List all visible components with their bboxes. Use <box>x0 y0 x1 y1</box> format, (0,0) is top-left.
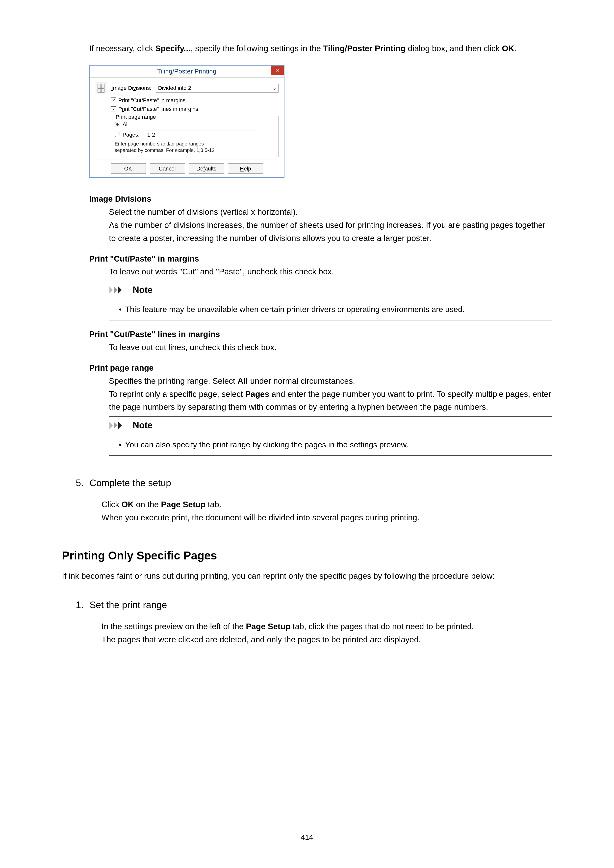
checkbox-checked-icon: ✓ <box>111 106 117 112</box>
defaults-button[interactable]: Defaults <box>189 163 224 174</box>
def-margins-title: Print "Cut/Paste" in margins <box>89 253 552 265</box>
range-all-radio[interactable]: All <box>115 120 275 129</box>
def-range-desc2: To reprint only a specific page, select … <box>109 388 552 414</box>
checkbox-checked-icon: ✓ <box>111 98 117 103</box>
pages-hint: Enter page numbers and/or page ranges se… <box>115 141 275 153</box>
pages-input[interactable]: 1-2 <box>145 130 256 139</box>
svg-marker-0 <box>109 287 113 293</box>
intro-paragraph: If necessary, click Specify..., specify … <box>89 42 552 55</box>
chevron-down-icon: ⌄ <box>270 84 278 92</box>
range-pages-radio[interactable]: Pages: 1-2 <box>115 130 275 139</box>
note-item: • You can also specify the print range b… <box>119 439 548 451</box>
page-number: 414 <box>0 831 614 843</box>
svg-marker-2 <box>118 287 122 293</box>
image-divisions-label: Image Divisions: <box>111 84 151 92</box>
note-item: • This feature may be unavailable when c… <box>119 303 548 316</box>
def-lines-title: Print "Cut/Paste" lines in margins <box>89 328 552 341</box>
def-image-divisions-desc2: As the number of divisions increases, th… <box>109 219 552 245</box>
note-chevrons-icon <box>109 287 129 293</box>
close-icon[interactable]: × <box>271 65 284 75</box>
radio-unchecked-icon <box>115 132 120 137</box>
section-heading: Printing Only Specific Pages <box>62 547 552 565</box>
svg-marker-1 <box>114 287 117 293</box>
help-button[interactable]: Help <box>228 163 263 174</box>
print-cutpaste-lines-checkbox[interactable]: ✓ Print "Cut/Paste" lines in margins <box>111 105 278 113</box>
def-range-desc1: Specifies the printing range. Select All… <box>109 375 552 388</box>
radio-checked-icon <box>115 122 120 127</box>
def-image-divisions-desc1: Select the number of divisions (vertical… <box>109 206 552 219</box>
dialog-title: Tiling/Poster Printing <box>157 66 216 77</box>
image-divisions-select[interactable]: Divided into 2 ⌄ <box>156 84 278 93</box>
group-legend: Print page range <box>114 113 157 121</box>
step-5-heading: 5. Complete the setup <box>62 476 552 491</box>
section-intro: If ink becomes faint or runs out during … <box>62 570 552 583</box>
note-box: Note • You can also specify the print ra… <box>109 416 552 456</box>
tiling-poster-dialog: Tiling/Poster Printing × Image Divisions… <box>89 65 284 178</box>
def-image-divisions-title: Image Divisions <box>89 192 552 206</box>
note-heading: Note <box>109 281 552 299</box>
note-chevrons-icon <box>109 422 129 429</box>
def-lines-desc: To leave out cut lines, uncheck this che… <box>109 341 552 354</box>
svg-marker-3 <box>109 422 113 429</box>
step-1-body: In the settings preview on the left of t… <box>101 620 552 646</box>
print-cutpaste-margins-checkbox[interactable]: ✓ Print "Cut/Paste" in margins <box>111 96 278 105</box>
cancel-button[interactable]: Cancel <box>150 163 185 174</box>
def-range-title: Print page range <box>89 361 552 375</box>
dialog-button-row: OK Cancel Defaults Help <box>95 160 278 174</box>
def-margins-desc: To leave out words "Cut" and "Paste", un… <box>109 265 552 278</box>
divisions-preview-icon <box>95 82 107 94</box>
note-heading: Note <box>109 417 552 434</box>
svg-marker-4 <box>114 422 117 429</box>
ok-button[interactable]: OK <box>111 163 146 174</box>
dialog-titlebar: Tiling/Poster Printing × <box>90 65 284 78</box>
step-1-heading: 1. Set the print range <box>62 598 552 613</box>
step-5-body: Click OK on the Page Setup tab. When you… <box>101 498 552 524</box>
print-page-range-group: Print page range All Pages: 1-2 Enter pa… <box>111 116 278 157</box>
svg-marker-5 <box>118 422 122 429</box>
note-box: Note • This feature may be unavailable w… <box>109 281 552 321</box>
